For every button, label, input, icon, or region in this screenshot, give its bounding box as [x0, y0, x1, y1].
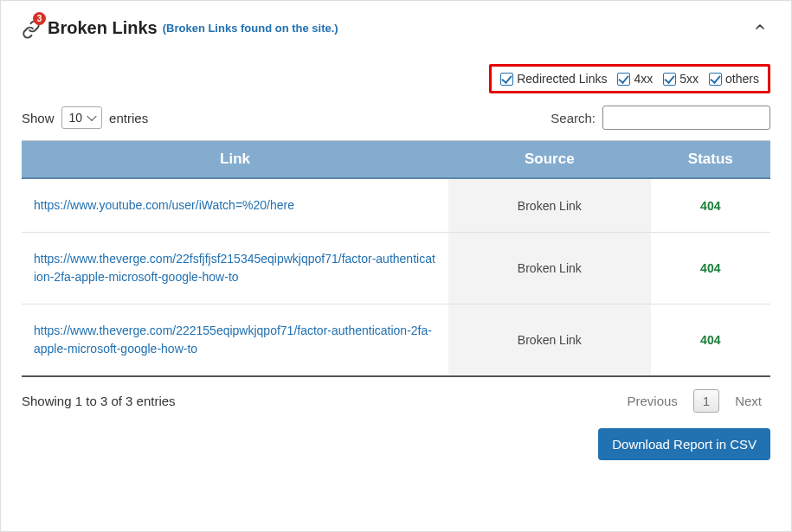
panel-header: 3 Broken Links (Broken Links found on th… [22, 16, 770, 40]
filter-label: 4xx [634, 72, 653, 86]
filters-row: Redirected Links 4xx 5xx others [22, 64, 770, 93]
checkbox-icon [500, 73, 513, 86]
prev-button[interactable]: Previous [618, 389, 686, 413]
search-label: Search: [551, 111, 596, 125]
status-cell: 404 [651, 233, 770, 304]
badge-count: 3 [33, 12, 46, 25]
filter-label: Redirected Links [517, 72, 607, 86]
title-wrap: 3 Broken Links (Broken Links found on th… [22, 18, 338, 39]
source-cell: Broken Link [448, 304, 651, 377]
table-controls: Show 10 entries Search: [22, 106, 770, 130]
filters-box: Redirected Links 4xx 5xx others [489, 64, 770, 93]
filter-4xx[interactable]: 4xx [617, 72, 653, 86]
checkbox-icon [663, 73, 676, 86]
collapse-toggle[interactable] [750, 16, 770, 40]
page-subtitle: (Broken Links found on the site.) [163, 22, 338, 35]
link-cell[interactable]: https://www.theverge.com/22fsfjfjsf21534… [22, 233, 448, 304]
length-select[interactable]: 10 [61, 106, 103, 129]
table-row: https://www.theverge.com/22fsfjfjsf21534… [22, 233, 770, 304]
length-control: Show 10 entries [22, 106, 148, 129]
col-link[interactable]: Link [22, 141, 448, 179]
showing-info: Showing 1 to 3 of 3 entries [22, 394, 176, 408]
table-footer: Showing 1 to 3 of 3 entries Previous 1 N… [22, 389, 770, 413]
filter-label: others [725, 72, 759, 86]
status-cell: 404 [651, 304, 770, 377]
filter-label: 5xx [679, 72, 699, 86]
broken-link-icon: 3 [22, 20, 41, 39]
pagination: Previous 1 Next [618, 389, 770, 413]
entries-label: entries [109, 111, 148, 125]
col-source[interactable]: Source [448, 141, 651, 179]
table-row: https://www.youtube.com/user/iWatch=%20/… [22, 178, 770, 233]
download-csv-button[interactable]: Download Report in CSV [598, 428, 770, 460]
search-input[interactable] [602, 106, 770, 130]
broken-links-table: Link Source Status https://www.youtube.c… [22, 140, 770, 377]
filter-5xx[interactable]: 5xx [663, 72, 699, 86]
col-status[interactable]: Status [651, 141, 770, 179]
next-button[interactable]: Next [726, 389, 770, 413]
show-label: Show [22, 111, 55, 125]
table-row: https://www.theverge.com/222155eqipwkjqp… [22, 304, 770, 377]
broken-links-panel: 3 Broken Links (Broken Links found on th… [0, 0, 792, 532]
filter-redirected[interactable]: Redirected Links [500, 72, 607, 86]
link-cell[interactable]: https://www.theverge.com/222155eqipwkjqp… [22, 304, 448, 377]
page-number[interactable]: 1 [693, 389, 719, 413]
download-row: Download Report in CSV [22, 428, 770, 460]
search-control: Search: [551, 106, 770, 130]
filter-others[interactable]: others [709, 72, 759, 86]
table-header-row: Link Source Status [22, 141, 770, 179]
page-title: Broken Links [48, 18, 158, 38]
checkbox-icon [709, 73, 722, 86]
checkbox-icon [617, 73, 630, 86]
link-cell[interactable]: https://www.youtube.com/user/iWatch=%20/… [22, 178, 448, 233]
status-cell: 404 [651, 178, 770, 233]
source-cell: Broken Link [448, 178, 651, 233]
source-cell: Broken Link [448, 233, 651, 304]
